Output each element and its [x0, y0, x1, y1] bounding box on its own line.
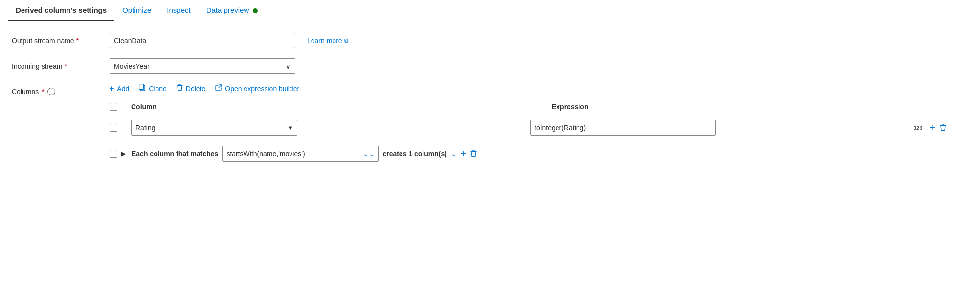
incoming-stream-control: MoviesYear ∨	[110, 58, 295, 74]
output-stream-input[interactable]	[110, 33, 295, 48]
column-header: Column	[131, 103, 548, 111]
svg-rect-1	[139, 84, 144, 90]
external-link-icon	[215, 84, 222, 93]
columns-table-header: Column Expression	[110, 99, 968, 115]
incoming-stream-row: Incoming stream * MoviesYear ∨	[12, 58, 968, 74]
row1-column-select[interactable]: Rating	[131, 120, 297, 136]
tab-data-preview[interactable]: Data preview	[199, 0, 266, 21]
incoming-stream-required: *	[64, 62, 67, 70]
incoming-stream-label: Incoming stream *	[12, 62, 110, 70]
data-preview-dot	[253, 8, 258, 13]
each-col-expression-input[interactable]	[222, 146, 379, 162]
columns-info-icon[interactable]: i	[47, 88, 55, 95]
open-expression-builder-button[interactable]: Open expression builder	[215, 84, 299, 93]
settings-content: Output stream name * Learn more ⧉ Incomi…	[0, 21, 980, 174]
columns-label: Columns * i	[12, 84, 110, 95]
row1-delete-button[interactable]	[940, 124, 946, 132]
each-col-chevron-icon[interactable]: ⌄⌄	[363, 150, 375, 158]
each-col-expression-wrapper: ⌄⌄	[222, 146, 379, 162]
delete-icon	[177, 84, 183, 93]
incoming-stream-select[interactable]: MoviesYear	[110, 58, 295, 74]
output-stream-control	[110, 33, 295, 48]
each-column-row: ▶ Each column that matches ⌄⌄ creates 1 …	[110, 141, 968, 166]
columns-content: + Add Clone	[110, 84, 968, 166]
row2-chevron-down-icon[interactable]: ⌄	[451, 150, 457, 158]
row1-checkbox[interactable]	[110, 124, 117, 132]
row1-expression-badge: 123	[914, 125, 922, 131]
row1-expression-wrapper: 123	[530, 120, 925, 136]
incoming-stream-select-wrapper: MoviesYear ∨	[110, 58, 295, 74]
table-row: Rating ▼ 123 +	[110, 115, 968, 141]
output-stream-row: Output stream name * Learn more ⧉	[12, 33, 968, 48]
expression-header: Expression	[552, 103, 968, 111]
tab-optimize[interactable]: Optimize	[114, 0, 159, 21]
row1-add-button[interactable]: +	[929, 122, 935, 134]
output-stream-label: Output stream name *	[12, 37, 110, 45]
clone-button[interactable]: Clone	[139, 84, 167, 93]
plus-icon: +	[110, 84, 114, 93]
header-checkbox[interactable]	[110, 103, 117, 111]
external-link-icon: ⧉	[344, 37, 349, 44]
tab-settings[interactable]: Derived column's settings	[8, 0, 114, 21]
row2-add-button[interactable]: +	[461, 148, 467, 160]
columns-required: *	[42, 88, 44, 95]
creates-label: creates 1 column(s)	[382, 150, 447, 158]
output-stream-required: *	[76, 37, 79, 45]
row2-actions: ⌄ +	[451, 148, 477, 160]
tab-inspect[interactable]: Inspect	[159, 0, 198, 21]
row1-actions: +	[929, 122, 968, 134]
expand-row2-icon[interactable]: ▶	[121, 150, 126, 157]
tabs-container: Derived column's settings Optimize Inspe…	[0, 0, 980, 21]
each-col-label: Each column that matches	[132, 150, 218, 158]
row1-expression-input[interactable]	[530, 120, 716, 136]
columns-toolbar: + Add Clone	[110, 84, 968, 93]
columns-section: Columns * i + Add	[12, 84, 968, 166]
delete-button[interactable]: Delete	[177, 84, 205, 93]
add-button[interactable]: + Add	[110, 84, 129, 93]
row1-column-select-wrapper: Rating ▼	[131, 120, 297, 136]
row2-checkbox[interactable]	[110, 150, 117, 158]
clone-icon	[139, 84, 146, 93]
learn-more-link[interactable]: Learn more ⧉	[307, 37, 349, 45]
tab-bar: Derived column's settings Optimize Inspe…	[0, 0, 980, 21]
row2-delete-button[interactable]	[470, 150, 477, 158]
